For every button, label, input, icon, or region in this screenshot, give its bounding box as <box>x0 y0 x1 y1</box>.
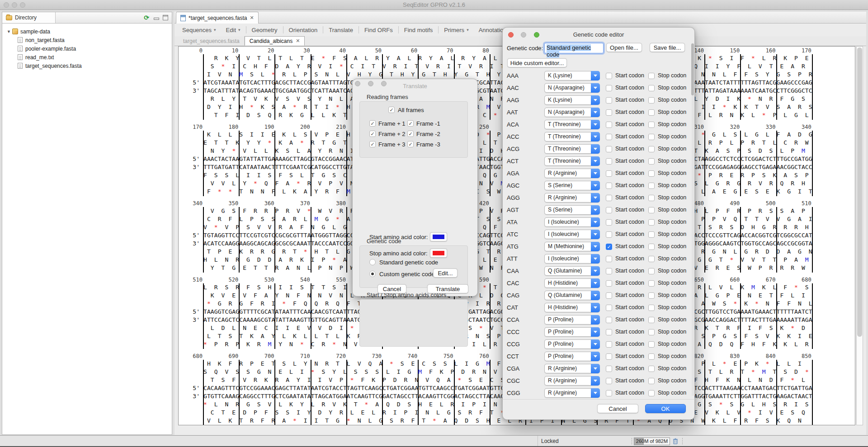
tree-item-read-me-txt[interactable]: read_me.txt <box>2 53 54 61</box>
stop-codon-checkbox-aga[interactable] <box>648 170 655 177</box>
save-file-button[interactable]: Save file... <box>650 43 685 52</box>
amino-acid-select-agt[interactable]: S (Serine) <box>544 205 600 215</box>
start-codon-checkbox-aga[interactable] <box>606 170 612 177</box>
tab-directory[interactable]: Directory <box>2 12 56 23</box>
stop-codon-checkbox-aat[interactable] <box>648 109 655 116</box>
stop-codon-checkbox-aac[interactable] <box>648 85 655 91</box>
stop-codon-checkbox-cgg[interactable] <box>648 390 655 396</box>
close-icon[interactable]: ✕ <box>250 15 254 20</box>
close-icon[interactable]: ✕ <box>296 38 300 43</box>
stop-codon-checkbox-agg[interactable] <box>648 195 655 201</box>
translate-button[interactable]: Translate <box>427 284 468 293</box>
amino-acid-select-agc[interactable]: S (Serine) <box>544 181 600 190</box>
stop-codon-checkbox-att[interactable] <box>648 256 655 262</box>
custom-genetic-code-radio[interactable] <box>369 271 376 277</box>
start-codon-checkbox-cat[interactable] <box>606 305 612 311</box>
edit-genetic-code-button[interactable]: Edit... <box>433 268 458 278</box>
frame-checkbox-frame-2[interactable]: ✓ <box>407 131 414 137</box>
frame-checkbox-frame-3[interactable]: ✓ <box>407 141 414 147</box>
genetic-code-input[interactable]: Standard genetic code <box>544 43 604 53</box>
stop-codon-checkbox-cat[interactable] <box>648 305 655 311</box>
amino-acid-select-atg[interactable]: M (Methionine) <box>544 242 600 251</box>
toolbar-item-edit[interactable]: Edit▾ <box>221 27 245 33</box>
start-codon-checkbox-cac[interactable] <box>606 280 612 287</box>
tree-item-non-target-fasta[interactable]: non_target.fasta <box>2 36 65 44</box>
amino-acid-select-aat[interactable]: N (Asparagine) <box>544 108 600 117</box>
tree-item-pooler-example-fasta[interactable]: pooler-example.fasta <box>2 44 76 53</box>
start-codon-checkbox-cgc[interactable] <box>606 378 612 384</box>
stop-codon-checkbox-atc[interactable] <box>648 231 655 238</box>
start-codon-checkbox-atc[interactable] <box>606 231 612 238</box>
stop-codon-checkbox-atg[interactable] <box>648 244 655 250</box>
stop-codon-checkbox-caa[interactable] <box>648 268 655 274</box>
stop-codon-checkbox-cca[interactable] <box>648 317 655 323</box>
amino-acid-select-cgg[interactable]: R (Arginine) <box>544 388 600 398</box>
amino-acid-select-ccc[interactable]: P (Proline) <box>544 327 600 337</box>
start-codon-checkbox-aat[interactable] <box>606 109 612 116</box>
amino-acid-select-caa[interactable]: Q (Glutamine) <box>544 266 600 276</box>
stop-codon-checkbox-cac[interactable] <box>648 280 655 287</box>
tab-candida-albicans[interactable]: Candida_albicans✕ <box>245 36 305 46</box>
start-color-swatch[interactable] <box>430 232 447 241</box>
stop-codon-checkbox-aaa[interactable] <box>648 73 655 79</box>
amino-acid-select-cac[interactable]: H (Histidine) <box>544 278 600 288</box>
frame-checkbox-frame-1[interactable]: ✓ <box>369 120 376 127</box>
start-codon-checkbox-cag[interactable] <box>606 292 612 299</box>
toolbar-item-find-motifs[interactable]: Find motifs <box>399 27 438 33</box>
all-frames-checkbox[interactable]: ✓ <box>388 107 395 113</box>
maximize-view-icon[interactable] <box>163 15 168 20</box>
drag-handle[interactable] <box>631 438 632 445</box>
tree-item-target-sequences-fasta[interactable]: target_sequences.fasta <box>2 61 82 70</box>
stop-codon-checkbox-ata[interactable] <box>648 219 655 226</box>
stop-codon-checkbox-agt[interactable] <box>648 207 655 213</box>
stop-codon-checkbox-cag[interactable] <box>648 292 655 299</box>
start-codon-checkbox-cgg[interactable] <box>606 390 612 396</box>
standard-genetic-code-radio[interactable] <box>369 259 376 265</box>
amino-acid-select-acc[interactable]: T (Threonine) <box>544 132 600 141</box>
stop-codon-checkbox-aag[interactable] <box>648 97 655 104</box>
toolbar-item-find-orfs[interactable]: Find ORFs <box>359 27 398 33</box>
stop-codon-checkbox-cgc[interactable] <box>648 378 655 384</box>
start-codon-checkbox-ccc[interactable] <box>606 329 612 335</box>
stop-codon-checkbox-cga[interactable] <box>648 366 655 372</box>
frame-checkbox-frame-2[interactable]: ✓ <box>369 131 376 137</box>
refresh-icon[interactable]: ⟳ <box>144 14 149 21</box>
start-codon-checkbox-acc[interactable] <box>606 134 612 140</box>
amino-acid-select-cga[interactable]: R (Arginine) <box>544 364 600 373</box>
toolbar-item-sequences[interactable]: Sequences▾ <box>177 27 221 33</box>
stop-codon-checkbox-acc[interactable] <box>648 134 655 140</box>
amino-acid-select-aac[interactable]: N (Asparagine) <box>544 83 600 93</box>
amino-acid-select-aga[interactable]: R (Arginine) <box>544 169 600 178</box>
frame-checkbox-frame-1[interactable]: ✓ <box>407 120 414 127</box>
start-codon-checkbox-acg[interactable] <box>606 146 612 152</box>
amino-acid-select-ccg[interactable]: P (Proline) <box>544 339 600 349</box>
toolbar-item-orientation[interactable]: Orientation <box>284 27 323 33</box>
ok-button[interactable]: OK <box>645 404 686 413</box>
start-codon-checkbox-agc[interactable] <box>606 183 612 189</box>
stop-color-swatch[interactable] <box>430 249 447 258</box>
cancel-button[interactable]: Cancel <box>377 284 406 293</box>
toolbar-item-primers[interactable]: Primers▾ <box>439 27 473 33</box>
hide-custom-editor-button[interactable]: Hide custom editor... <box>507 58 567 67</box>
start-codon-checkbox-aaa[interactable] <box>606 73 612 79</box>
stop-codon-checkbox-cct[interactable] <box>648 353 655 360</box>
start-codon-checkbox-cga[interactable] <box>606 366 612 372</box>
amino-acid-select-cag[interactable]: Q (Glutamine) <box>544 291 600 300</box>
start-codon-checkbox-agg[interactable] <box>606 195 612 201</box>
amino-acid-select-ata[interactable]: I (Isoleucine) <box>544 217 600 227</box>
stop-codon-checkbox-ccg[interactable] <box>648 341 655 348</box>
vertical-scrollbar[interactable] <box>856 46 863 425</box>
start-codon-checkbox-aac[interactable] <box>606 85 612 91</box>
start-codon-checkbox-atg[interactable]: ✓ <box>606 244 612 250</box>
stop-codon-checkbox-ccc[interactable] <box>648 329 655 335</box>
minimize-view-icon[interactable] <box>153 15 159 20</box>
drag-handle[interactable] <box>682 438 683 445</box>
amino-acid-select-atc[interactable]: I (Isoleucine) <box>544 230 600 239</box>
toolbar-item-translate[interactable]: Translate <box>324 27 358 33</box>
frame-checkbox-frame-3[interactable]: ✓ <box>369 141 376 147</box>
start-codon-checkbox-aca[interactable] <box>606 122 612 128</box>
amino-acid-select-aag[interactable]: K (Lysine) <box>544 95 600 105</box>
disclosure-icon[interactable]: ▼ <box>7 29 12 34</box>
start-codon-checkbox-act[interactable] <box>606 158 612 165</box>
toolbar-item-geometry[interactable]: Geometry <box>247 27 283 33</box>
